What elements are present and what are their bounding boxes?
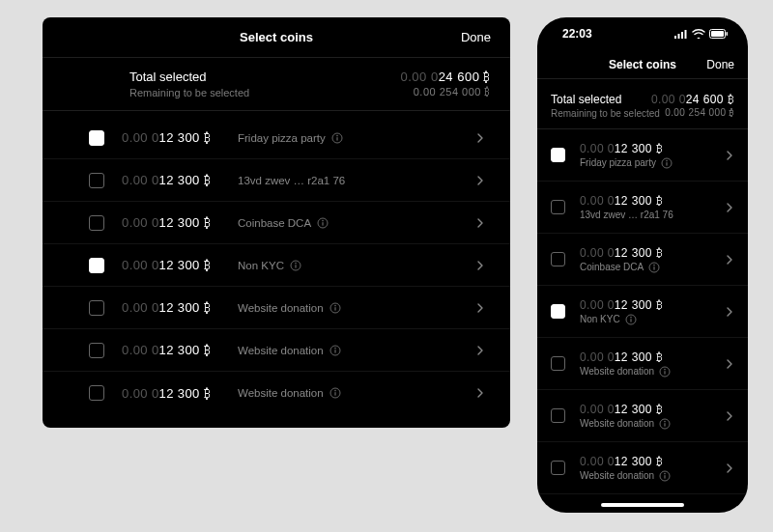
coin-meta: Website donation [238,345,470,356]
coin-row[interactable]: 0.00 012 300 ₿Coinbase DCA [43,202,510,244]
coin-row[interactable]: 0.00 012 300 ₿Website donation [537,442,748,494]
phone-frame: 22:03 Select coins Done Total selected 0… [537,17,748,513]
coin-row[interactable]: 0.00 012 300 ₿Website donation [43,372,510,414]
info-icon[interactable] [625,314,637,325]
checkbox-col [43,385,122,401]
battery-icon [709,29,729,39]
info-icon[interactable] [659,418,671,430]
svg-rect-20 [681,32,683,39]
info-icon[interactable] [329,387,341,399]
coin-row[interactable]: 0.00 012 300 ₿Non KYC [537,286,748,338]
info-icon[interactable] [661,157,673,169]
svg-point-35 [664,368,666,370]
checkbox[interactable] [551,408,565,423]
chevron-right-icon [723,359,736,369]
checkbox[interactable] [551,304,565,319]
total-selected-value: 0.00 024 600 ₿ [400,70,491,84]
checkbox[interactable] [551,252,565,266]
coin-label: Website donation [238,345,324,356]
chevron-right-icon [470,346,491,355]
coin-row[interactable]: 0.00 012 300 ₿Friday pizza party [43,117,510,159]
coin-label: 13vd zwev … r2a1 76 [580,210,673,220]
chevron-right-icon [470,176,491,185]
checkbox[interactable] [551,461,565,475]
info-icon[interactable] [329,345,341,356]
checkbox-col [43,300,122,316]
coin-meta: Coinbase DCA [238,217,470,229]
svg-rect-17 [334,392,335,395]
coin-meta: Friday pizza party [580,157,723,169]
checkbox[interactable] [89,130,104,146]
coin-label: Website donation [580,418,654,429]
svg-rect-39 [664,423,665,426]
coin-amount: 0.00 012 300 ₿ [580,194,723,208]
coin-row[interactable]: 0.00 012 300 ₿13vd zwev … r2a1 76 [43,159,510,202]
svg-point-16 [334,390,336,392]
chevron-right-icon [470,303,491,313]
checkbox[interactable] [89,258,104,273]
info-icon[interactable] [331,132,343,144]
chevron-right-icon [723,463,736,473]
coin-row[interactable]: 0.00 012 300 ₿Website donation [537,390,748,442]
desktop-header: Select coins Done [43,17,510,58]
coin-list: 0.00 012 300 ₿Friday pizza party0.00 012… [537,129,748,494]
coin-amount: 0.00 012 300 ₿ [122,215,238,230]
desktop-summary: Total selected 0.00 024 600 ₿ Remaining … [43,58,510,111]
coin-row[interactable]: 0.00 012 300 ₿Website donation [43,329,510,372]
checkbox[interactable] [551,200,565,214]
info-icon[interactable] [659,366,671,378]
info-icon[interactable] [648,262,660,273]
desktop-select-coins-panel: Select coins Done Total selected 0.00 02… [43,17,510,428]
coin-amount: 0.00 012 300 ₿ [122,386,238,401]
checkbox[interactable] [551,148,565,162]
chevron-right-icon [723,411,736,421]
coin-meta: Friday pizza party [238,132,470,144]
coin-amount: 0.00 012 300 ₿ [122,343,238,357]
remaining-label: Remaining to be selected [551,108,660,119]
phone-summary: Total selected 0.00 024 600 ₿ Remaining … [537,83,748,129]
checkbox[interactable] [551,356,565,371]
coin-amount: 0.00 012 300 ₿ [580,403,723,416]
checkbox-col [43,215,122,231]
svg-rect-30 [654,266,655,269]
checkbox-col [43,173,122,188]
coin-row[interactable]: 0.00 012 300 ₿13vd zwev … r2a1 76 [537,182,748,234]
info-icon[interactable] [659,470,671,482]
svg-rect-24 [727,32,729,36]
coin-label: Coinbase DCA [580,262,644,272]
coin-body: 0.00 012 300 ₿Website donation [580,455,723,482]
coin-row[interactable]: 0.00 012 300 ₿Friday pizza party [537,129,748,182]
desktop-header-title: Select coins [240,30,313,44]
remaining-value: 0.00 254 000 ₿ [665,107,734,118]
done-button[interactable]: Done [706,58,734,71]
coin-meta: 13vd zwev … r2a1 76 [580,210,723,220]
info-icon[interactable] [317,217,329,229]
coin-row[interactable]: 0.00 012 300 ₿Non KYC [43,244,510,287]
coin-amount: 0.00 012 300 ₿ [580,455,723,468]
checkbox[interactable] [89,173,104,188]
svg-rect-27 [666,162,667,165]
coin-label: Friday pizza party [238,132,326,144]
coin-amount: 0.00 012 300 ₿ [580,350,723,364]
coin-body: 0.00 012 300 ₿Friday pizza party [580,142,723,169]
svg-point-7 [295,262,297,264]
phone-header: Select coins Done [537,50,748,79]
coin-row[interactable]: 0.00 012 300 ₿Website donation [43,287,510,329]
coin-body: 0.00 012 300 ₿Website donation [580,403,723,430]
checkbox[interactable] [89,300,104,316]
info-icon[interactable] [329,302,341,314]
info-icon[interactable] [290,260,301,271]
checkbox[interactable] [89,215,104,231]
coin-row[interactable]: 0.00 012 300 ₿Coinbase DCA [537,234,748,286]
chevron-right-icon [723,255,736,265]
checkbox[interactable] [89,343,104,358]
coin-body: 0.00 012 300 ₿Coinbase DCA [580,246,723,273]
coin-row[interactable]: 0.00 012 300 ₿Website donation [537,338,748,390]
total-selected-label: Total selected [551,93,621,106]
checkbox[interactable] [89,385,104,401]
coin-meta: 13vd zwev … r2a1 76 [238,175,470,186]
coin-label: Friday pizza party [580,157,656,168]
coin-meta: Website donation [580,418,723,430]
phone-header-title: Select coins [609,58,676,71]
done-button[interactable]: Done [461,30,491,44]
